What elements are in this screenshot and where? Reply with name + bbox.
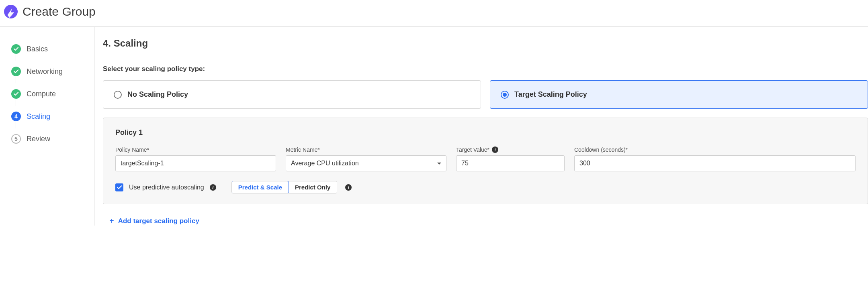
step-label: Networking — [27, 67, 63, 76]
policy-type-selector: No Scaling Policy Target Scaling Policy — [103, 80, 868, 109]
check-icon — [11, 67, 21, 76]
step-label: Basics — [27, 45, 48, 53]
predict-and-scale-button[interactable]: Predict & Scale — [231, 181, 289, 193]
app-logo-icon — [4, 5, 18, 18]
predictive-mode-toggle: Predict & Scale Predict Only — [231, 181, 338, 193]
add-target-scaling-policy-link[interactable]: + Add target scaling policy — [109, 216, 868, 226]
main-content: 4. Scaling Select your scaling policy ty… — [94, 27, 868, 226]
step-number-badge: 4 — [11, 112, 21, 121]
policy-panel: Policy 1 Policy Name* Metric Name* — [103, 118, 868, 204]
policy-type-label: No Scaling Policy — [127, 90, 188, 99]
policy-panel-title: Policy 1 — [115, 128, 856, 137]
predictive-checkbox[interactable] — [115, 183, 123, 191]
step-review[interactable]: 5 Review — [11, 128, 94, 150]
target-value-label: Target Value* i — [456, 146, 565, 153]
info-icon[interactable]: i — [492, 146, 498, 153]
check-icon — [11, 44, 21, 54]
add-link-label: Add target scaling policy — [118, 217, 199, 225]
metric-name-select[interactable] — [286, 155, 446, 171]
info-icon[interactable]: i — [345, 184, 352, 191]
policy-type-prompt: Select your scaling policy type: — [103, 65, 868, 73]
step-compute[interactable]: Compute — [11, 83, 94, 105]
page-header: Create Group — [0, 0, 868, 27]
wizard-sidebar: Basics Networking Compute 4 Scaling 5 Re… — [0, 27, 94, 226]
step-basics[interactable]: Basics — [11, 38, 94, 60]
cooldown-input[interactable] — [574, 155, 856, 171]
radio-unchecked-icon — [114, 91, 122, 99]
policy-name-input[interactable] — [115, 155, 276, 171]
page-title: Create Group — [23, 5, 96, 18]
step-label: Compute — [27, 90, 56, 98]
predict-only-button[interactable]: Predict Only — [289, 181, 337, 193]
radio-checked-icon — [501, 91, 509, 99]
step-label: Scaling — [27, 112, 50, 121]
policy-name-label: Policy Name* — [115, 146, 276, 153]
policy-type-none[interactable]: No Scaling Policy — [103, 80, 481, 109]
target-value-label-text: Target Value* — [456, 146, 489, 153]
step-networking[interactable]: Networking — [11, 60, 94, 83]
policy-type-target[interactable]: Target Scaling Policy — [490, 80, 868, 109]
metric-name-label: Metric Name* — [286, 146, 446, 153]
predictive-label: Use predictive autoscaling — [129, 184, 204, 191]
step-number-badge: 5 — [11, 134, 21, 144]
step-label: Review — [27, 135, 50, 143]
check-icon — [11, 89, 21, 99]
policy-type-label: Target Scaling Policy — [514, 90, 587, 99]
info-icon[interactable]: i — [210, 184, 216, 191]
step-scaling[interactable]: 4 Scaling — [11, 105, 94, 128]
section-title: 4. Scaling — [103, 38, 868, 49]
target-value-input[interactable] — [456, 155, 565, 171]
plus-icon: + — [109, 216, 114, 226]
cooldown-label: Cooldown (seconds)* — [574, 146, 856, 153]
